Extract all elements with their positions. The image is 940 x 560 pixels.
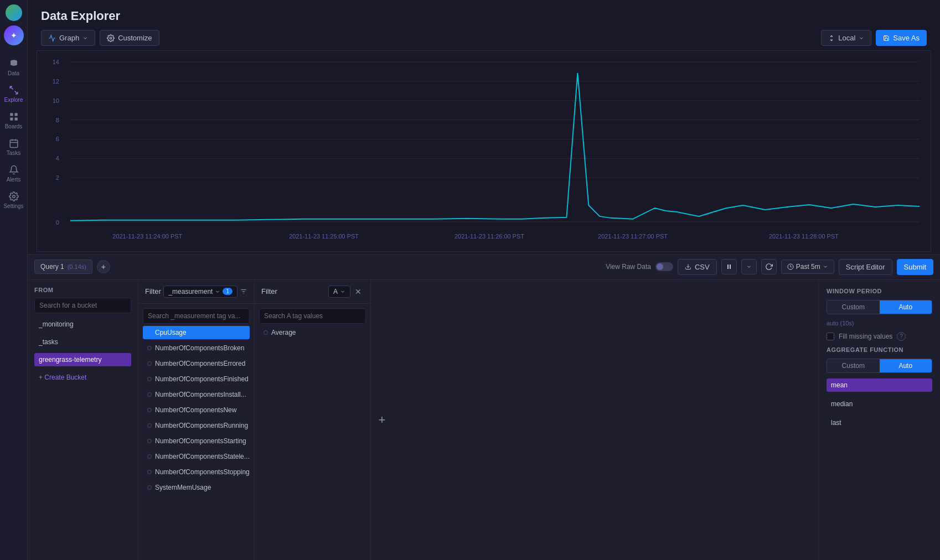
svg-text:2021-11-23 11:25:00 PST: 2021-11-23 11:25:00 PST	[289, 233, 359, 240]
sidebar-item-boards-label: Boards	[5, 123, 23, 129]
query-bar: Query 1 (0.14s) + View Raw Data CSV	[28, 254, 940, 280]
avatar[interactable]	[6, 4, 22, 21]
create-bucket-button[interactable]: + Create Bucket	[34, 371, 131, 384]
chevron-down-icon-2	[859, 35, 864, 41]
agg-median-label: median	[831, 400, 853, 408]
chevron-down-icon-4	[823, 264, 828, 269]
time-zone-button[interactable]: Local	[821, 30, 871, 46]
save-as-button[interactable]: Save As	[876, 30, 927, 46]
agg-option-median[interactable]: median	[827, 397, 932, 411]
agg-option-mean[interactable]: mean	[827, 378, 932, 392]
measurement-item-finished[interactable]: NumberOfComponentsFinished	[143, 372, 250, 386]
measurement-search-input[interactable]	[143, 308, 250, 324]
bucket-search-input[interactable]	[34, 298, 131, 313]
window-period-auto[interactable]: Auto	[880, 300, 932, 314]
sidebar-item-alerts[interactable]: Alerts	[0, 160, 27, 187]
a-tag-label-average: Average	[271, 329, 296, 336]
close-filter-panel-2[interactable]: ✕	[353, 286, 364, 297]
empty-dot	[147, 408, 152, 412]
fill-missing-checkbox[interactable]	[827, 333, 834, 340]
sidebar-item-tasks[interactable]: Tasks	[0, 134, 27, 160]
filter-panel-2-label: Filter	[261, 287, 277, 295]
customize-icon	[107, 34, 115, 42]
measurement-label-running: NumberOfComponentsRunning	[155, 422, 248, 429]
sidebar-item-settings[interactable]: Settings	[0, 187, 27, 214]
add-query-button[interactable]: +	[97, 260, 110, 273]
csv-button[interactable]: CSV	[678, 259, 717, 275]
measurement-label-stopping: NumberOfComponentsStopping	[155, 468, 250, 476]
window-period-toggle: Custom Auto	[827, 300, 932, 314]
alerts-icon	[9, 165, 19, 175]
toggle-knob	[657, 263, 663, 270]
submit-label: Submit	[904, 263, 926, 271]
chevron-down-icon-5	[215, 289, 220, 294]
fill-missing-label: Fill missing values	[839, 333, 892, 340]
sidebar-item-data[interactable]: Data	[0, 54, 27, 81]
sidebar-item-explore[interactable]: Explore	[0, 81, 27, 107]
sidebar-item-settings-label: Settings	[3, 203, 23, 209]
svg-point-7	[110, 37, 112, 39]
svg-text:8: 8	[56, 117, 59, 123]
bucket-item-monitoring[interactable]: _monitoring	[34, 318, 131, 331]
measurement-dropdown[interactable]: _measurement 1	[163, 286, 237, 298]
svg-text:2021-11-23 11:24:00 PST: 2021-11-23 11:24:00 PST	[112, 233, 182, 240]
submit-button[interactable]: Submit	[897, 259, 933, 275]
fill-missing-help-icon[interactable]: ?	[897, 332, 906, 341]
svg-text:2021-11-23 11:28:00 PST: 2021-11-23 11:28:00 PST	[769, 233, 839, 240]
csv-label: CSV	[695, 263, 710, 271]
bucket-item-tasks[interactable]: _tasks	[34, 335, 131, 349]
filter-panel-measurement: Filter _measurement 1 CpuUsage	[138, 280, 255, 560]
query-tab-time: (0.14s)	[68, 263, 86, 270]
spacer	[393, 280, 818, 560]
measurement-item-install[interactable]: NumberOfComponentsInstall...	[143, 388, 250, 401]
filter-panel-1-label: Filter	[145, 287, 161, 295]
query-bar-right: View Raw Data CSV Past 5m	[606, 259, 933, 275]
chart-svg: .grid-line { stroke: #2a2a3e; stroke-wid…	[37, 51, 931, 250]
aggregate-auto[interactable]: Auto	[880, 359, 932, 372]
customize-label: Customize	[118, 34, 152, 42]
measurement-item-stopping[interactable]: NumberOfComponentsStopping	[143, 465, 250, 479]
settings-dropdown-button[interactable]	[741, 259, 757, 274]
a-tag-search-input[interactable]	[259, 308, 366, 324]
measurement-item-stateless[interactable]: NumberOfComponentsStatele...	[143, 450, 250, 463]
measurement-item-starting[interactable]: NumberOfComponentsStarting	[143, 434, 250, 448]
filter-panel-2-header: Filter A ✕	[255, 280, 370, 304]
measurement-item-cpuusage[interactable]: CpuUsage	[143, 326, 250, 339]
measurement-item-sysmem[interactable]: SystemMemUsage	[143, 481, 250, 494]
graph-label: Graph	[59, 34, 79, 42]
aggregate-custom[interactable]: Custom	[827, 359, 880, 372]
sidebar-item-data-label: Data	[8, 70, 19, 76]
sidebar-item-boards[interactable]: Boards	[0, 107, 27, 134]
main-content: Data Explorer Graph Customize Local	[28, 0, 940, 560]
query-tab-1[interactable]: Query 1 (0.14s)	[34, 260, 92, 274]
filter-panel-2-body: Average	[255, 304, 370, 560]
agg-option-last[interactable]: last	[827, 416, 932, 429]
sidebar-item-tasks-label: Tasks	[7, 150, 21, 156]
pause-button[interactable]	[721, 259, 737, 274]
svg-text:2021-11-23 11:26:00 PST: 2021-11-23 11:26:00 PST	[454, 233, 524, 240]
svg-rect-30	[727, 265, 729, 269]
measurement-item-errored[interactable]: NumberOfComponentsErrored	[143, 357, 250, 370]
measurement-item-running[interactable]: NumberOfComponentsRunning	[143, 419, 250, 432]
a-tag-item-average[interactable]: Average	[259, 326, 366, 339]
empty-dot	[147, 361, 152, 366]
measurement-label-starting: NumberOfComponentsStarting	[155, 437, 246, 445]
view-raw-toggle[interactable]	[655, 262, 673, 271]
add-filter-panel-button[interactable]: +	[371, 280, 393, 560]
a-tag-dropdown[interactable]: A	[328, 286, 350, 298]
measurement-dropdown-value: _measurement	[168, 288, 213, 295]
time-range-select[interactable]: Past 5m	[781, 260, 834, 274]
svg-rect-2	[14, 113, 17, 116]
filter-panel-1-body: CpuUsage NumberOfComponentsBroken Number…	[138, 304, 254, 560]
svg-rect-1	[10, 113, 13, 116]
customize-button[interactable]: Customize	[100, 30, 159, 46]
measurement-item-broken[interactable]: NumberOfComponentsBroken	[143, 341, 250, 355]
graph-button[interactable]: Graph	[41, 30, 95, 46]
window-period-custom[interactable]: Custom	[827, 300, 880, 314]
measurement-item-new[interactable]: NumberOfComponentsNew	[143, 403, 250, 417]
refresh-button[interactable]	[761, 259, 777, 274]
script-editor-button[interactable]: Script Editor	[839, 259, 892, 275]
tasks-icon	[9, 138, 19, 148]
bucket-item-greengrass[interactable]: greengrass-telemetry	[34, 353, 131, 366]
toolbar-left: Graph Customize	[41, 30, 159, 46]
